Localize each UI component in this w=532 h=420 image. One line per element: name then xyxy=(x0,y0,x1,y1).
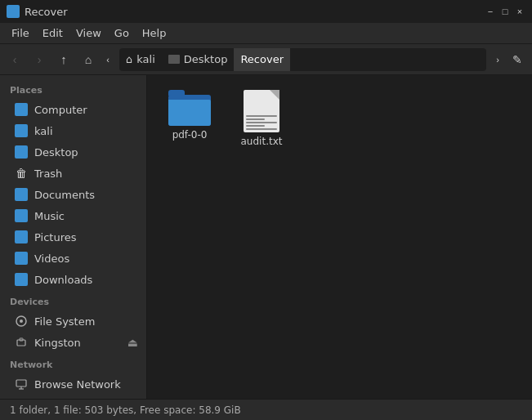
sidebar-item-desktop[interactable]: Desktop xyxy=(0,141,146,163)
status-bar: 1 folder, 1 file: 503 bytes, Free space:… xyxy=(0,399,532,420)
sidebar-computer-label: Computer xyxy=(34,104,87,116)
status-text: 1 folder, 1 file: 503 bytes, Free space:… xyxy=(10,404,241,416)
places-section-label: Places xyxy=(0,78,146,99)
title-bar: Recover − □ × xyxy=(0,0,532,23)
sidebar-desktop-label: Desktop xyxy=(34,146,78,159)
breadcrumb-home[interactable]: ⌂ kali xyxy=(119,48,162,71)
close-button[interactable]: × xyxy=(514,6,525,17)
breadcrumb-desktop[interactable]: Desktop xyxy=(162,48,235,71)
sidebar-item-downloads[interactable]: Downloads xyxy=(0,269,146,290)
window-title: Recover xyxy=(25,6,68,18)
sidebar-kali-label: kali xyxy=(34,125,53,137)
file-label-pdf-0-0: pdf-0-0 xyxy=(172,129,208,141)
devices-section-label: Devices xyxy=(0,290,146,311)
minimize-button[interactable]: − xyxy=(485,6,496,17)
home-icon: ⌂ xyxy=(126,53,132,65)
trash-icon: 🗑 xyxy=(15,167,28,180)
sidebar-item-music[interactable]: Music xyxy=(0,205,146,226)
sidebar-item-pictures[interactable]: Pictures xyxy=(0,226,146,248)
desktop-folder-icon xyxy=(168,55,180,64)
menu-file[interactable]: File xyxy=(5,25,36,42)
main-layout: Places Computer kali Desktop 🗑 Trash Doc… xyxy=(0,75,532,399)
sidebar-item-documents[interactable]: Documents xyxy=(0,184,146,205)
up-button[interactable]: ↑ xyxy=(52,48,75,71)
file-area: pdf-0-0 audit.txt xyxy=(147,75,532,399)
breadcrumb-recover[interactable]: Recover xyxy=(234,48,290,71)
svg-rect-4 xyxy=(16,380,26,386)
sidebar-item-videos[interactable]: Videos xyxy=(0,248,146,269)
app-icon xyxy=(7,5,20,18)
forward-button[interactable]: › xyxy=(28,48,51,71)
sidebar-item-browse-network[interactable]: Browse Network xyxy=(0,373,146,395)
pictures-icon xyxy=(15,230,28,244)
desktop-icon xyxy=(15,145,28,159)
menu-view[interactable]: View xyxy=(69,25,108,42)
eject-icon[interactable]: ⏏ xyxy=(127,336,138,349)
title-bar-left: Recover xyxy=(7,5,68,18)
file-item-audit-txt[interactable]: audit.txt xyxy=(229,85,294,152)
menu-bar: File Edit View Go Help xyxy=(0,23,532,44)
kali-icon xyxy=(15,124,28,137)
back-button[interactable]: ‹ xyxy=(3,48,26,71)
sidebar-item-kingston[interactable]: Kingston ⏏ xyxy=(0,332,146,353)
sidebar-browse-network-label: Browse Network xyxy=(34,378,121,391)
sidebar: Places Computer kali Desktop 🗑 Trash Doc… xyxy=(0,75,147,399)
sidebar-item-computer[interactable]: Computer xyxy=(0,99,146,120)
window-controls: − □ × xyxy=(485,6,525,17)
menu-go[interactable]: Go xyxy=(108,25,136,42)
sidebar-music-label: Music xyxy=(34,210,65,222)
breadcrumb-recover-label: Recover xyxy=(240,53,284,65)
sidebar-item-kali[interactable]: kali xyxy=(0,120,146,141)
file-label-audit-txt: audit.txt xyxy=(241,136,283,147)
breadcrumb-desktop-label: Desktop xyxy=(184,53,228,65)
toolbar: ‹ › ↑ ⌂ ‹ ⌂ kali Desktop Recover › ✎ xyxy=(0,44,532,75)
txt-icon-audit xyxy=(244,90,279,132)
network-section-label: Network xyxy=(0,353,146,373)
documents-icon xyxy=(15,188,28,201)
sidebar-item-trash[interactable]: 🗑 Trash xyxy=(0,163,146,184)
breadcrumb-left-arrow[interactable]: ‹ xyxy=(101,48,114,71)
menu-edit[interactable]: Edit xyxy=(36,25,69,42)
sidebar-videos-label: Videos xyxy=(34,252,69,265)
maximize-button[interactable]: □ xyxy=(499,6,511,17)
sidebar-filesystem-label: File System xyxy=(34,315,95,328)
network-icon xyxy=(15,378,28,391)
sidebar-trash-label: Trash xyxy=(34,168,62,180)
sidebar-item-filesystem[interactable]: File System xyxy=(0,311,146,332)
filesystem-icon xyxy=(15,315,28,328)
sidebar-documents-label: Documents xyxy=(34,189,95,201)
svg-point-1 xyxy=(20,319,23,323)
menu-help[interactable]: Help xyxy=(136,25,173,42)
sidebar-pictures-label: Pictures xyxy=(34,231,76,244)
sidebar-downloads-label: Downloads xyxy=(34,274,92,286)
sidebar-kingston-label: Kingston xyxy=(34,337,81,349)
videos-icon xyxy=(15,252,28,265)
home-button[interactable]: ⌂ xyxy=(77,48,100,71)
kingston-icon xyxy=(15,336,28,349)
edit-location-button[interactable]: ✎ xyxy=(506,48,529,71)
downloads-icon xyxy=(15,273,28,286)
breadcrumb-right-arrow[interactable]: › xyxy=(491,48,504,71)
music-icon xyxy=(15,209,28,222)
breadcrumb-kali-label: kali xyxy=(136,53,155,65)
file-item-pdf-0-0[interactable]: pdf-0-0 xyxy=(157,85,222,152)
breadcrumb-bar: ⌂ kali Desktop Recover xyxy=(119,48,486,71)
computer-icon xyxy=(15,103,28,116)
folder-icon-pdf xyxy=(168,90,211,126)
